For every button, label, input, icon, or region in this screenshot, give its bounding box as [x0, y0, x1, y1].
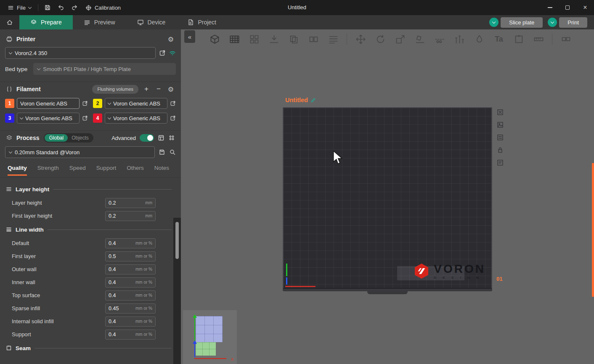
- slice-plate-button[interactable]: Slice plate: [501, 17, 543, 28]
- seam-paint-icon[interactable]: [511, 32, 526, 47]
- tab-prepare[interactable]: Prepare: [19, 15, 73, 29]
- section-divider: [53, 189, 172, 190]
- print-options-dropdown[interactable]: [548, 18, 557, 27]
- edit-filament-icon[interactable]: [82, 100, 88, 106]
- printer-select[interactable]: Voron2.4 350: [5, 47, 156, 59]
- tab-speed[interactable]: Speed: [69, 165, 86, 176]
- wifi-connection-icon[interactable]: [169, 50, 176, 56]
- compare-presets-icon[interactable]: [168, 135, 175, 141]
- tab-preview[interactable]: Preview: [73, 15, 126, 29]
- tab-notes[interactable]: Notes: [154, 165, 169, 176]
- filament-select[interactable]: Voron Generic ABS: [17, 98, 80, 109]
- plate-settings-icon[interactable]: [496, 134, 504, 143]
- outer-wall-line-width-input[interactable]: 0.4 mm or %: [105, 264, 156, 274]
- scale-icon[interactable]: [392, 32, 408, 47]
- edit-filament-icon[interactable]: [170, 100, 176, 106]
- add-plate-icon[interactable]: [227, 32, 242, 47]
- cut-icon[interactable]: [432, 32, 447, 47]
- calibration-button[interactable]: Calibration: [82, 0, 124, 15]
- measure-icon[interactable]: [531, 32, 546, 47]
- duplicate-icon[interactable]: [286, 32, 301, 47]
- filament-select[interactable]: Voron Generic ABS: [105, 113, 167, 124]
- redo-button[interactable]: [69, 2, 80, 13]
- filament-settings-gear-icon[interactable]: ⚙: [167, 85, 175, 93]
- edit-filament-icon[interactable]: [170, 115, 176, 121]
- add-filament-button[interactable]: +: [142, 85, 151, 93]
- layer-height-icon: [6, 186, 12, 192]
- delete-plate-icon[interactable]: [496, 108, 504, 118]
- tab-others[interactable]: Others: [127, 165, 144, 176]
- tab-support[interactable]: Support: [96, 165, 116, 176]
- filament-color-chip[interactable]: 2: [93, 99, 102, 108]
- section-seam: Seam: [0, 341, 181, 355]
- first-layer-line-width-input[interactable]: 0.5 mm or %: [105, 251, 156, 261]
- print-button[interactable]: Print: [559, 17, 587, 28]
- filament-select[interactable]: Voron Generic ABS: [17, 113, 80, 124]
- inner-wall-line-width-input[interactable]: 0.4 mm or %: [105, 277, 156, 288]
- plate-label-icon[interactable]: [496, 159, 504, 168]
- tab-device[interactable]: Device: [126, 15, 177, 29]
- build-plate[interactable]: VORON D E S I G N: [283, 107, 492, 289]
- filament-color-chip[interactable]: 3: [5, 113, 14, 123]
- layers-icon[interactable]: [326, 32, 341, 47]
- search-preset-icon[interactable]: [169, 149, 176, 156]
- auto-orient-icon[interactable]: [266, 32, 281, 47]
- internal-solid-infill-line-width-input[interactable]: 0.4 mm or %: [105, 317, 156, 327]
- lay-flat-icon[interactable]: [412, 32, 427, 47]
- add-model-icon[interactable]: [207, 32, 222, 47]
- support-line-width-input[interactable]: 0.4 mm or %: [105, 330, 156, 340]
- process-preset-select[interactable]: 0.20mm Standard @Voron: [5, 146, 155, 158]
- save-button[interactable]: [42, 2, 53, 13]
- section-divider: [48, 229, 172, 230]
- edit-filament-icon[interactable]: [82, 115, 88, 121]
- text-tool-icon[interactable]: Ta: [491, 32, 506, 47]
- viewport-3d[interactable]: « Ta Untitled: [181, 29, 594, 364]
- flushing-volumes-button[interactable]: Flushing volumes: [92, 85, 138, 94]
- top-surface-line-width-input[interactable]: 0.4 mm or %: [105, 290, 156, 301]
- remove-filament-button[interactable]: −: [154, 85, 163, 93]
- global-toggle[interactable]: Global: [45, 134, 68, 142]
- advanced-toggle[interactable]: [140, 134, 154, 142]
- tab-strength[interactable]: Strength: [37, 165, 59, 176]
- move-icon[interactable]: [353, 32, 368, 47]
- plate-preview-thumbnail[interactable]: x: [183, 310, 237, 364]
- color-paint-icon[interactable]: [472, 32, 487, 47]
- tab-project[interactable]: Project: [176, 15, 227, 29]
- first-layer-height-input[interactable]: 0.2 mm: [105, 211, 156, 221]
- assembly-icon[interactable]: [558, 32, 573, 47]
- filament-slot-4: 4 Voron Generic ABS: [93, 113, 176, 124]
- layer-height-input[interactable]: 0.2 mm: [105, 198, 156, 208]
- home-button[interactable]: [0, 15, 19, 29]
- undo-button[interactable]: [55, 2, 67, 13]
- filament-select[interactable]: Voron Generic ABS: [105, 98, 167, 109]
- slice-options-dropdown[interactable]: [489, 18, 499, 27]
- close-button[interactable]: ×: [576, 0, 594, 15]
- sparse-infill-line-width-input[interactable]: 0.45 mm or %: [105, 303, 156, 314]
- parameter-table-icon[interactable]: [158, 135, 164, 141]
- default-line-width-input[interactable]: 0.4 mm or %: [105, 238, 156, 248]
- support-paint-icon[interactable]: [452, 32, 467, 47]
- minimize-button[interactable]: [541, 0, 559, 15]
- rename-plate-icon[interactable]: [310, 98, 316, 103]
- save-preset-icon[interactable]: [159, 149, 165, 156]
- sidebar-scrollbar[interactable]: [173, 218, 181, 364]
- bed-type-select[interactable]: Smooth PEI Plate / High Temp Plate: [33, 63, 176, 75]
- scrollbar-thumb[interactable]: [175, 222, 179, 259]
- file-menu[interactable]: File: [4, 0, 34, 15]
- arrange-icon[interactable]: [247, 32, 262, 47]
- process-parameters: Layer height Layer height 0.2 mm First l…: [0, 182, 181, 355]
- filament-color-chip[interactable]: 4: [93, 113, 102, 123]
- maximize-button[interactable]: [559, 0, 576, 15]
- collapse-sidebar-button[interactable]: «: [184, 30, 195, 43]
- printer-settings-gear-icon[interactable]: ⚙: [167, 35, 175, 43]
- lock-plate-icon[interactable]: [496, 146, 504, 156]
- printer-name: Voron2.4 350: [15, 50, 47, 56]
- split-object-icon[interactable]: [306, 32, 321, 47]
- line-width-icon: [6, 227, 12, 232]
- tab-quality[interactable]: Quality: [8, 165, 27, 176]
- rotate-icon[interactable]: [373, 32, 388, 47]
- edit-printer-icon[interactable]: [159, 50, 166, 56]
- objects-toggle[interactable]: Objects: [68, 135, 93, 141]
- plate-image-icon[interactable]: [496, 121, 504, 130]
- filament-color-chip[interactable]: 1: [5, 99, 14, 108]
